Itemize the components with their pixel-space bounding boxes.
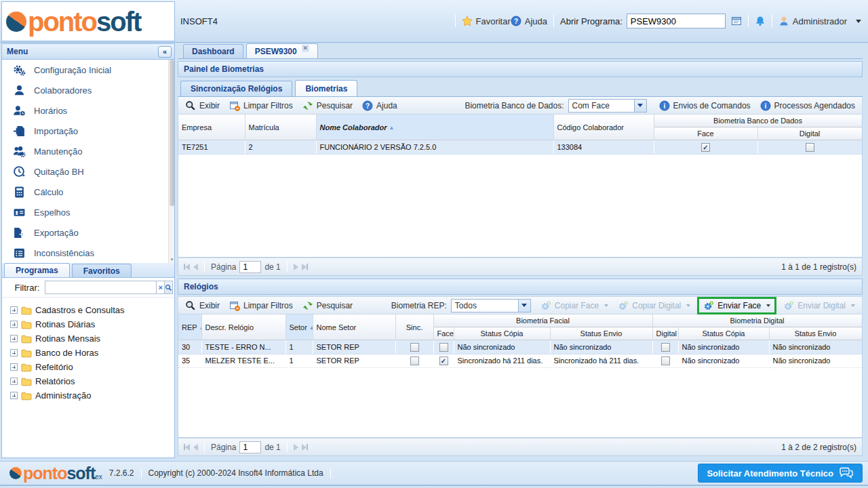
- col-nome-setor[interactable]: Nome Setor: [313, 314, 395, 340]
- biometria-db-combo[interactable]: Com Face: [568, 99, 647, 113]
- help-button[interactable]: ? Ajuda: [511, 16, 547, 26]
- col-codigo-colaborador[interactable]: Código Colaborador: [553, 115, 654, 140]
- prev-page-button[interactable]: [193, 262, 198, 272]
- tree-node-rotinas-diarias[interactable]: Rotinas Diárias: [2, 317, 174, 331]
- tab-favoritos[interactable]: Favoritos: [72, 264, 132, 277]
- tree-node-cadastros[interactable]: Cadastros e Consultas: [2, 303, 174, 317]
- col-status-copia-facial[interactable]: Status Cópia: [454, 327, 550, 340]
- sidebar-item-exportacao[interactable]: Exportação: [2, 222, 174, 243]
- sidebar-item-colaboradores[interactable]: Colaboradores: [2, 80, 174, 100]
- processos-agendados-button[interactable]: i Processos Agendados: [757, 99, 858, 113]
- tree-node-relatorios[interactable]: Relatórios: [2, 374, 174, 388]
- last-page-button[interactable]: [302, 442, 308, 453]
- last-page-button[interactable]: [302, 262, 308, 272]
- expand-icon[interactable]: [10, 306, 18, 314]
- digital-checkbox[interactable]: [661, 357, 670, 365]
- sidebar-item-calculo[interactable]: Cálculo: [2, 182, 174, 202]
- face-checkbox[interactable]: [439, 343, 448, 352]
- expand-icon[interactable]: [10, 363, 18, 371]
- next-page-button[interactable]: [294, 442, 298, 453]
- filter-clear-button[interactable]: ×: [157, 281, 165, 294]
- face-checkbox[interactable]: ✓: [439, 357, 448, 365]
- open-program-input[interactable]: [627, 14, 726, 28]
- table-row[interactable]: 35 MELZER TESTE E... 1 SETOR REP ✓ Sincr…: [178, 354, 862, 368]
- subtab-biometrias[interactable]: Biometrias: [295, 80, 357, 96]
- enviar-digital-button[interactable]: Enviar Digital: [781, 299, 858, 312]
- scrollbar-thumb[interactable]: [170, 60, 174, 206]
- sidebar-scrollbar[interactable]: ▼: [168, 60, 174, 263]
- combo-chevron-icon[interactable]: [519, 299, 531, 312]
- exibir-button[interactable]: Exibir: [182, 299, 222, 312]
- expand-icon[interactable]: [10, 321, 18, 328]
- first-page-button[interactable]: [184, 262, 190, 272]
- combo-chevron-icon[interactable]: [635, 99, 647, 113]
- sidebar-item-importacao[interactable]: Importação: [2, 121, 174, 141]
- exibir-button[interactable]: Exibir: [182, 99, 222, 113]
- notifications-bell-icon[interactable]: [755, 16, 766, 26]
- col-status-envio-facial[interactable]: Status Envio: [550, 327, 652, 340]
- col-empresa[interactable]: Empresa: [178, 115, 245, 140]
- sidebar-collapse-button[interactable]: «: [158, 46, 172, 58]
- expand-icon[interactable]: [10, 349, 18, 357]
- page-number-input[interactable]: [239, 441, 261, 453]
- col-status-envio-digital[interactable]: Status Envio: [769, 327, 862, 340]
- col-setor[interactable]: Setor ▲: [285, 314, 313, 340]
- col-matricula[interactable]: Matrícula: [245, 115, 316, 140]
- sidebar-item-configuracao-inicial[interactable]: Configuração Inicial: [2, 60, 174, 80]
- col-nome-colaborador[interactable]: Nome Colaborador ▲: [316, 115, 553, 140]
- limpar-filtros-button[interactable]: Limpar Filtros: [226, 99, 296, 113]
- combo-value[interactable]: Todos: [451, 299, 519, 312]
- program-window-icon[interactable]: [731, 16, 742, 26]
- tab-programas[interactable]: Programas: [4, 263, 70, 277]
- expand-icon[interactable]: [10, 378, 18, 385]
- sinc-checkbox[interactable]: [410, 357, 419, 365]
- filter-search-button[interactable]: [165, 281, 173, 294]
- face-checkbox[interactable]: ✓: [701, 143, 710, 152]
- sidebar-item-espelhos[interactable]: Espelhos: [2, 202, 174, 222]
- sidebar-item-horarios[interactable]: Horários: [2, 100, 174, 121]
- col-digital[interactable]: Digital: [757, 127, 862, 140]
- subtab-sincronizacao-relogios[interactable]: Sincronização Relógios: [180, 81, 292, 96]
- col-descr-relogio[interactable]: Descr. Relógio: [201, 314, 285, 340]
- favorite-button[interactable]: Favoritar: [462, 16, 511, 26]
- table-row[interactable]: TE7251 2 FUNCIONÁRIO 2 VERSÃO 7.2.5.0 13…: [178, 140, 862, 155]
- col-digital[interactable]: Digital: [652, 327, 678, 340]
- tab-dashboard[interactable]: Dashboard: [183, 44, 243, 58]
- sidebar-item-quitacao-bh[interactable]: Quitação BH: [2, 161, 174, 182]
- col-sinc[interactable]: Sinc.: [395, 314, 433, 340]
- copiar-digital-button[interactable]: Copiar Digital: [615, 299, 693, 312]
- user-menu[interactable]: Administrador: [778, 16, 861, 26]
- tree-node-administracao[interactable]: Administração: [2, 388, 174, 403]
- biometria-rep-combo[interactable]: Todos: [451, 299, 531, 312]
- enviar-face-button[interactable]: Enviar Face: [701, 299, 773, 312]
- combo-value[interactable]: Com Face: [568, 99, 635, 113]
- support-button[interactable]: Solicitar Atendimento Técnico: [698, 464, 863, 483]
- digital-checkbox[interactable]: [661, 343, 670, 352]
- scrollbar-down-arrow[interactable]: ▼: [170, 257, 174, 262]
- expand-icon[interactable]: [10, 392, 18, 399]
- ajuda-button[interactable]: ? Ajuda: [359, 99, 400, 113]
- copiar-face-button[interactable]: Copiar Face: [538, 299, 611, 312]
- col-face[interactable]: Face: [433, 327, 454, 340]
- envios-de-comandos-button[interactable]: i Envios de Comandos: [656, 99, 753, 113]
- digital-checkbox[interactable]: [806, 143, 814, 152]
- sidebar-item-inconsistencias[interactable]: Inconsistências: [2, 243, 174, 263]
- col-status-copia-digital[interactable]: Status Cópia: [678, 327, 769, 340]
- limpar-filtros-button[interactable]: Limpar Filtros: [226, 299, 296, 312]
- sinc-checkbox[interactable]: [410, 343, 419, 352]
- tree-node-rotinas-mensais[interactable]: Rotinas Mensais: [2, 331, 174, 346]
- tree-node-banco-de-horas[interactable]: Banco de Horas: [2, 346, 174, 360]
- prev-page-button[interactable]: [193, 442, 198, 453]
- first-page-button[interactable]: [184, 442, 190, 453]
- expand-icon[interactable]: [10, 335, 18, 342]
- tab-psew9300[interactable]: PSEW9300 ✕: [246, 43, 318, 58]
- col-face[interactable]: Face: [654, 127, 757, 140]
- table-row[interactable]: 30 TESTE - ERRO N... 1 SETOR REP Não sin…: [178, 340, 862, 354]
- next-page-button[interactable]: [294, 262, 298, 272]
- tree-node-refeitorio[interactable]: Refeitório: [2, 360, 174, 374]
- filter-input[interactable]: [45, 281, 157, 294]
- pesquisar-button[interactable]: Pesquisar: [300, 99, 355, 113]
- col-rep[interactable]: REP ▲: [178, 314, 201, 340]
- pesquisar-button[interactable]: Pesquisar: [300, 299, 355, 312]
- page-number-input[interactable]: [239, 261, 261, 273]
